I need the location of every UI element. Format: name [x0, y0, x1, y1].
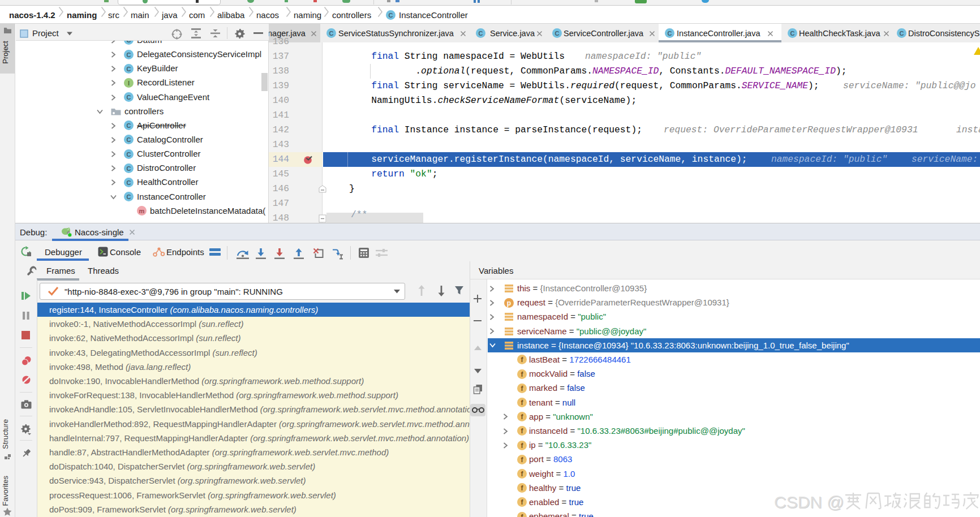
svg-text:C: C — [127, 122, 131, 129]
svg-text:C: C — [479, 30, 483, 37]
svg-text:p: p — [507, 299, 511, 307]
svg-text:C: C — [127, 179, 131, 186]
svg-text:C: C — [127, 136, 131, 143]
svg-text:C: C — [900, 30, 904, 37]
svg-text:C: C — [668, 30, 672, 37]
svg-text:C: C — [555, 30, 560, 37]
svg-text:C: C — [127, 151, 131, 158]
svg-text:m: m — [139, 208, 145, 214]
svg-text:C: C — [389, 12, 393, 19]
svg-text:C: C — [127, 193, 131, 200]
svg-text:C: C — [790, 30, 795, 37]
svg-text:C: C — [127, 51, 131, 58]
svg-text:C: C — [329, 30, 334, 37]
svg-text:C: C — [127, 165, 131, 172]
svg-text:C: C — [127, 66, 131, 72]
svg-text:I: I — [128, 80, 130, 87]
svg-text:C: C — [127, 94, 131, 101]
